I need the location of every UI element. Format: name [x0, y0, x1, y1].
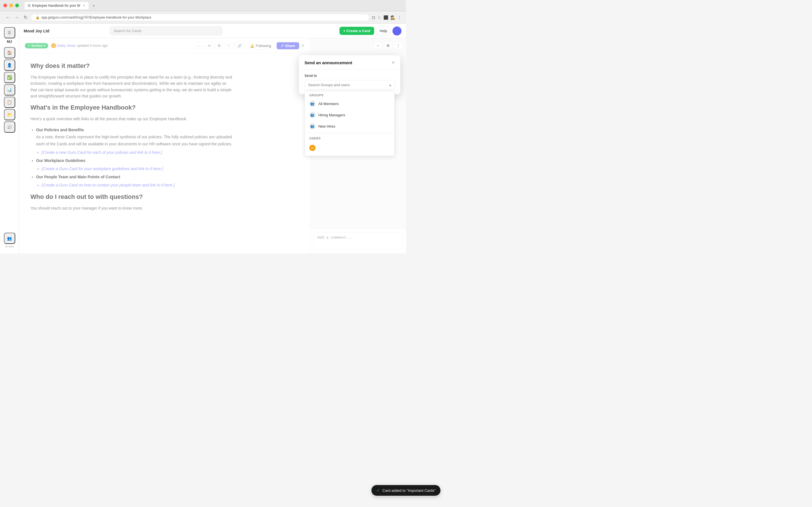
bookmark-btn[interactable]: ☆: [377, 15, 381, 20]
org-logo: MJ: [6, 40, 13, 44]
modal-body: Send to ▲ Groups 👥 All Members 👥: [299, 69, 400, 94]
topbar-right: + Create a Card Help: [340, 26, 402, 36]
incognito-btn[interactable]: 🕵: [391, 15, 395, 20]
groups-section-label: Groups: [305, 91, 395, 98]
browser-tab[interactable]: G Employee Handbook for your W ✕: [24, 2, 89, 9]
user-avatar-1: D: [309, 145, 315, 151]
minimize-btn[interactable]: [9, 4, 13, 7]
main-area: ✓ Verified ▾ Daisy Jonas updated 4 hours…: [19, 38, 406, 253]
tab-close-btn[interactable]: ✕: [83, 4, 85, 7]
new-tab-btn[interactable]: +: [93, 3, 95, 8]
modal-header: Send an announcement ×: [299, 55, 400, 69]
address-bar[interactable]: 🔒 app.getguru.com/card/iGxgj7AT/Employee…: [31, 14, 370, 21]
sidebar-tasks-btn[interactable]: ✅: [4, 72, 15, 83]
sidebar-templates-btn[interactable]: 📰: [4, 121, 15, 133]
user-avatar-btn[interactable]: [393, 26, 402, 36]
lock-icon: 🔒: [36, 15, 40, 19]
all-members-label: All Members: [318, 102, 339, 106]
dropdown-list: Groups 👥 All Members 👥 Hiring Managers 👥: [305, 91, 395, 156]
all-members-icon: 👥: [309, 101, 315, 107]
sidebar-collections-btn[interactable]: 📁: [4, 109, 15, 120]
sidebar: ☰ MJ 🏠 👤 ✅ 📊 📋 📁 📰 👥 30 days: [0, 24, 19, 253]
sidebar-analytics-btn[interactable]: 📊: [4, 84, 15, 96]
users-section-label: Users: [305, 134, 395, 141]
hiring-managers-icon: 👥: [309, 112, 315, 118]
cast-btn[interactable]: ⊡: [372, 15, 375, 20]
tab-title: Employee Handbook for your W: [32, 4, 80, 8]
upgrade-text: 30 days: [5, 245, 14, 248]
mac-titlebar: G Employee Handbook for your W ✕ +: [0, 0, 406, 11]
close-btn[interactable]: [3, 4, 7, 7]
new-hires-label: New Hires: [318, 124, 335, 128]
forward-btn[interactable]: →: [13, 14, 20, 21]
topbar: Mood Joy Ltd Search for Cards + Create a…: [19, 24, 406, 38]
sidebar-home-btn[interactable]: 🏠: [4, 47, 15, 58]
url-text: app.getguru.com/card/iGxgj7AT/Employee-H…: [42, 15, 151, 19]
extensions-btn[interactable]: ⬛: [384, 15, 388, 20]
users-section: D: [305, 141, 395, 156]
browser-bar: ← → ↻ 🔒 app.getguru.com/card/iGxgj7AT/Em…: [0, 11, 406, 24]
sidebar-user-btn[interactable]: 👤: [4, 59, 15, 71]
org-name: Mood Joy Ltd: [24, 29, 49, 33]
help-btn[interactable]: Help: [376, 26, 390, 35]
app-layout: ☰ MJ 🏠 👤 ✅ 📊 📋 📁 📰 👥 30 days Mood Joy Lt…: [0, 24, 406, 253]
new-hires-icon: 👥: [309, 123, 315, 129]
menu-btn[interactable]: ⋮: [398, 15, 402, 20]
maximize-btn[interactable]: [15, 4, 19, 7]
search-bar[interactable]: Search for Cards: [110, 26, 222, 35]
sidebar-menu-btn[interactable]: ☰: [4, 27, 15, 38]
sidebar-invite-btn[interactable]: 👥: [4, 233, 15, 244]
browser-actions: ⊡ ☆ ⬛ 🕵 ⋮: [372, 15, 402, 20]
send-to-label: Send to: [305, 74, 395, 78]
groups-search-input[interactable]: [305, 80, 395, 90]
dropdown-divider: [305, 133, 395, 133]
group-new-hires[interactable]: 👥 New Hires: [305, 121, 395, 132]
hiring-managers-label: Hiring Managers: [318, 113, 345, 117]
tab-icon: G: [28, 4, 31, 8]
back-btn[interactable]: ←: [4, 14, 11, 21]
announcement-modal: Send an announcement × Send to ▲ Groups …: [299, 55, 400, 94]
refresh-btn[interactable]: ↻: [22, 13, 29, 21]
modal-close-btn[interactable]: ×: [392, 60, 395, 66]
create-card-btn[interactable]: + Create a Card: [340, 27, 374, 35]
group-all-members[interactable]: 👥 All Members: [305, 98, 395, 109]
modal-title: Send an announcement: [305, 60, 352, 65]
sidebar-cards-btn[interactable]: 📋: [4, 97, 15, 108]
user-item-1[interactable]: D: [305, 142, 395, 154]
search-dropdown-wrapper: ▲ Groups 👥 All Members 👥 Hiring Managers: [305, 80, 395, 90]
group-hiring-managers[interactable]: 👥 Hiring Managers: [305, 109, 395, 121]
search-placeholder: Search for Cards: [114, 29, 142, 33]
